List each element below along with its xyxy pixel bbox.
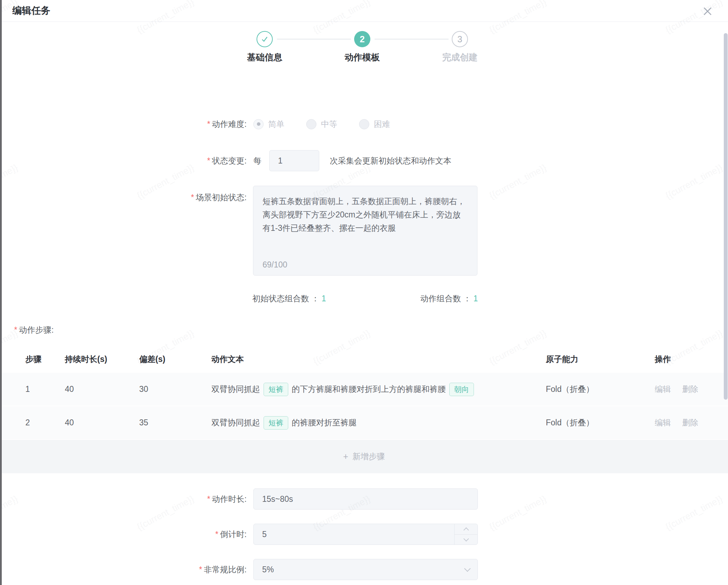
unusual-ratio-label: *非常规比例: <box>0 564 247 575</box>
scrollbar-thumb[interactable] <box>724 33 728 400</box>
radio-medium-label: 中等 <box>321 119 337 130</box>
required-mark: * <box>199 565 202 574</box>
state-change-row: *状态变更: 每 1 次采集会更新初始状态和动作文本 <box>0 150 728 171</box>
initial-combos-label: 初始状态组合数 ： <box>252 294 319 303</box>
close-button[interactable] <box>702 6 713 17</box>
initial-state-text: 短裤五条数据背面朝上，五条数据正面朝上，裤腰朝右，离头部视野下方至少20cm之外… <box>263 195 468 235</box>
step-connector <box>375 39 449 39</box>
table-row: 2 40 35 双臂协同抓起 短裤 的裤腰对折至裤腿 Fold（折叠） 编辑删除 <box>0 406 728 440</box>
radio-easy-label: 简单 <box>268 119 284 130</box>
state-change-value: 1 <box>278 156 283 166</box>
initial-combos-value: 1 <box>321 294 326 303</box>
dialog-header: 编辑任务 <box>2 0 728 22</box>
action-text-segment: 双臂协同抓起 <box>211 417 260 428</box>
countdown-row: *倒计时: 5 <box>0 524 728 545</box>
check-icon <box>260 35 269 43</box>
table-header-row: 步骤 持续时长(s) 偏差(s) 动作文本 原子能力 操作 <box>0 345 728 373</box>
required-mark: * <box>191 193 194 202</box>
action-steps-table: 步骤 持续时长(s) 偏差(s) 动作文本 原子能力 操作 1 40 30 双臂… <box>0 345 728 473</box>
col-header-duration: 持续时长(s) <box>65 354 139 365</box>
radio-circle-icon <box>306 119 316 129</box>
col-header-operations: 操作 <box>653 354 728 365</box>
char-counter: 69/100 <box>263 260 287 270</box>
cell-duration: 40 <box>65 384 139 394</box>
state-change-input[interactable]: 1 <box>269 150 319 171</box>
step-2-circle[interactable]: 2 <box>354 31 370 47</box>
object-tag: 短裤 <box>264 416 288 430</box>
orientation-tag: 朝向 <box>449 383 474 396</box>
add-step-label: 新增步骤 <box>352 451 385 462</box>
step-1-label: 基础信息 <box>222 51 307 63</box>
close-icon <box>702 6 713 17</box>
cell-step: 1 <box>0 384 65 394</box>
initial-state-textarea[interactable]: 短裤五条数据背面朝上，五条数据正面朝上，裤腰朝右，离头部视野下方至少20cm之外… <box>253 186 477 276</box>
chevron-up-icon <box>463 527 469 533</box>
radio-medium[interactable]: 中等 <box>306 119 337 130</box>
delete-link[interactable]: 删除 <box>682 418 698 427</box>
duration-input[interactable]: 15s~80s <box>253 488 478 510</box>
cell-deviation: 30 <box>139 384 211 394</box>
duration-value: 15s~80s <box>262 494 293 504</box>
scrollbar[interactable] <box>723 23 728 585</box>
add-step-button[interactable]: + 新增步骤 <box>0 440 728 473</box>
table-row: 1 40 30 双臂协同抓起 短裤 的下方裤腿和裤腰对折到上方的裤腿和裤腰 朝向… <box>0 373 728 406</box>
page-edge-strip <box>0 0 2 585</box>
countdown-label: *倒计时: <box>0 529 247 540</box>
required-mark: * <box>14 325 17 334</box>
chevron-down-icon <box>464 565 470 572</box>
countdown-value: 5 <box>262 530 267 539</box>
chevron-down-icon <box>463 536 469 542</box>
action-combos: 动作组合数 ：1 <box>420 293 478 304</box>
initial-combos: 初始状态组合数 ：1 <box>252 293 326 304</box>
countdown-input[interactable]: 5 <box>253 524 478 545</box>
col-header-action-text: 动作文本 <box>211 354 546 365</box>
cell-duration: 40 <box>65 418 139 427</box>
cell-deviation: 35 <box>139 418 211 427</box>
cell-step: 2 <box>0 418 65 427</box>
unusual-ratio-row: *非常规比例: 5% <box>0 559 728 580</box>
number-spinner <box>454 524 477 544</box>
step-3-number: 3 <box>457 34 462 44</box>
cell-operations: 编辑删除 <box>653 417 728 428</box>
required-mark: * <box>207 119 210 129</box>
action-combos-label: 动作组合数 ： <box>420 294 471 303</box>
edit-link[interactable]: 编辑 <box>655 418 671 427</box>
step-2-number: 2 <box>360 34 365 44</box>
radio-circle-icon <box>359 119 369 129</box>
cell-ability: Fold（折叠） <box>546 384 653 395</box>
difficulty-row: *动作难度: 简单 中等 困难 <box>0 116 728 132</box>
state-change-prefix: 每 <box>253 155 261 166</box>
required-mark: * <box>207 494 210 504</box>
required-mark: * <box>215 530 218 539</box>
plus-icon: + <box>343 451 348 462</box>
step-3-label: 完成创建 <box>418 51 502 63</box>
step-2-label: 动作模板 <box>320 51 405 63</box>
col-header-step: 步骤 <box>0 354 65 365</box>
cell-operations: 编辑删除 <box>653 384 728 395</box>
action-text-segment: 的下方裤腿和裤腰对折到上方的裤腿和裤腰 <box>292 384 446 395</box>
unusual-ratio-select[interactable]: 5% <box>253 559 478 580</box>
delete-link[interactable]: 删除 <box>682 384 698 394</box>
radio-easy[interactable]: 简单 <box>253 119 284 130</box>
radio-circle-checked-icon <box>253 119 264 129</box>
action-steps-title: *动作步骤: <box>14 325 54 335</box>
cell-ability: Fold（折叠） <box>546 417 653 428</box>
edit-link[interactable]: 编辑 <box>655 384 671 394</box>
col-header-deviation: 偏差(s) <box>139 354 211 365</box>
duration-row: *动作时长: 15s~80s <box>0 488 728 510</box>
step-1-circle[interactable] <box>257 31 273 47</box>
dialog-title: 编辑任务 <box>12 0 50 21</box>
edit-task-dialog: {{current_time}}{{current_time}}{{curren… <box>0 0 728 585</box>
step-connector <box>277 39 351 39</box>
radio-hard[interactable]: 困难 <box>359 119 390 130</box>
initial-state-label: *场景初始状态: <box>0 192 247 203</box>
spinner-down-button[interactable] <box>455 534 477 544</box>
state-change-label: *状态变更: <box>0 155 247 166</box>
duration-label: *动作时长: <box>0 494 247 505</box>
unusual-ratio-value: 5% <box>262 565 274 574</box>
step-3-circle[interactable]: 3 <box>452 31 468 47</box>
col-header-ability: 原子能力 <box>546 354 653 365</box>
difficulty-label: *动作难度: <box>0 119 247 130</box>
spinner-up-button[interactable] <box>455 524 477 534</box>
cell-action-text: 双臂协同抓起 短裤 的裤腰对折至裤腿 <box>211 416 546 430</box>
